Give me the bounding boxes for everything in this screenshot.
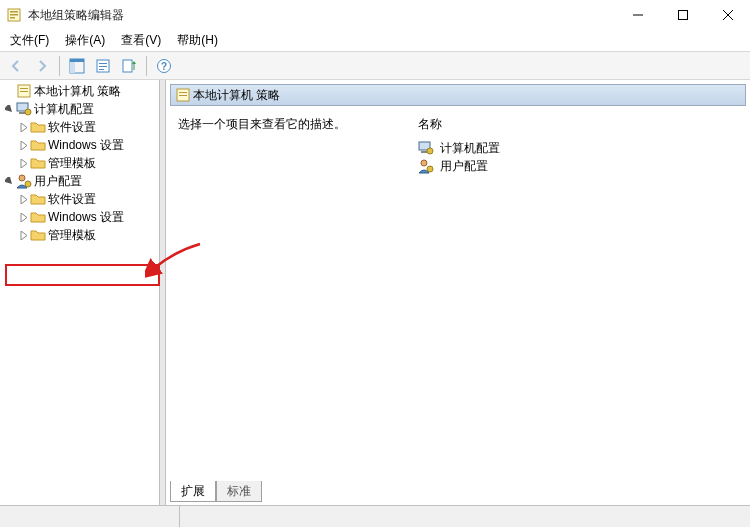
tree-item-label: 管理模板 — [48, 155, 96, 172]
toolbar: ? — [0, 52, 750, 80]
svg-rect-5 — [678, 11, 687, 20]
tab-bar: 扩展 标准 — [170, 481, 750, 505]
help-button[interactable]: ? — [152, 54, 176, 78]
user-icon — [16, 173, 32, 189]
tree-item-label: 用户配置 — [34, 173, 82, 190]
folder-icon — [30, 227, 46, 243]
svg-rect-15 — [123, 60, 132, 72]
tree-item-label: Windows 设置 — [48, 137, 124, 154]
minimize-button[interactable] — [615, 0, 660, 30]
svg-rect-21 — [20, 91, 28, 92]
svg-rect-28 — [179, 92, 187, 93]
content-area: 本地计算机 策略 计算机配置 软件设置 Windows 设置 管理模板 — [0, 80, 750, 505]
tree-item-templates[interactable]: 管理模板 — [14, 226, 159, 244]
svg-rect-20 — [20, 88, 28, 89]
menu-file[interactable]: 文件(F) — [4, 30, 55, 51]
svg-point-25 — [19, 175, 25, 181]
svg-point-34 — [427, 166, 433, 172]
app-icon — [6, 7, 22, 23]
svg-rect-4 — [633, 15, 643, 16]
back-button — [4, 54, 28, 78]
policy-icon — [16, 83, 32, 99]
folder-icon — [30, 191, 46, 207]
details-body: 选择一个项目来查看它的描述。 名称 计算机配置 用户配置 — [166, 108, 750, 481]
svg-point-26 — [25, 181, 31, 187]
svg-point-32 — [427, 148, 433, 154]
list-item-label: 用户配置 — [440, 158, 488, 175]
expander-icon[interactable] — [16, 192, 30, 206]
maximize-button[interactable] — [660, 0, 705, 30]
details-panel: 本地计算机 策略 选择一个项目来查看它的描述。 名称 计算机配置 用户配置 — [166, 80, 750, 505]
menu-action[interactable]: 操作(A) — [59, 30, 111, 51]
svg-rect-3 — [10, 17, 15, 19]
user-icon — [418, 158, 434, 174]
tree-item-label: 管理模板 — [48, 227, 96, 244]
expander-icon[interactable] — [2, 84, 16, 98]
tree-item-user-config[interactable]: 用户配置 — [0, 172, 159, 190]
list-item[interactable]: 计算机配置 — [418, 139, 738, 157]
status-segment — [0, 506, 180, 527]
svg-rect-14 — [99, 69, 104, 70]
folder-icon — [30, 137, 46, 153]
details-description: 选择一个项目来查看它的描述。 — [178, 116, 378, 473]
expander-icon[interactable] — [16, 156, 30, 170]
list-item[interactable]: 用户配置 — [418, 157, 738, 175]
expander-icon[interactable] — [16, 120, 30, 134]
expander-icon[interactable] — [2, 102, 16, 116]
export-list-button[interactable] — [117, 54, 141, 78]
toolbar-separator — [146, 56, 147, 76]
tab-standard[interactable]: 标准 — [216, 481, 262, 502]
svg-rect-2 — [10, 14, 18, 16]
list-item-label: 计算机配置 — [440, 140, 500, 157]
folder-icon — [30, 209, 46, 225]
menu-help[interactable]: 帮助(H) — [171, 30, 224, 51]
column-header-name[interactable]: 名称 — [418, 116, 738, 133]
tree-item-label: 本地计算机 策略 — [34, 83, 121, 100]
tree-item-windows[interactable]: Windows 设置 — [14, 208, 159, 226]
menu-view[interactable]: 查看(V) — [115, 30, 167, 51]
tree-item-software[interactable]: 软件设置 — [14, 118, 159, 136]
details-list: 名称 计算机配置 用户配置 — [418, 116, 738, 473]
tree-item-computer-config[interactable]: 计算机配置 — [0, 100, 159, 118]
expander-icon[interactable] — [16, 138, 30, 152]
folder-icon — [30, 155, 46, 171]
svg-rect-29 — [179, 95, 187, 96]
svg-rect-13 — [99, 66, 107, 67]
details-header-title: 本地计算机 策略 — [193, 87, 280, 104]
tree-item-label: 计算机配置 — [34, 101, 94, 118]
svg-rect-16 — [134, 64, 135, 70]
expander-icon[interactable] — [16, 228, 30, 242]
properties-button[interactable] — [91, 54, 115, 78]
tree-item-label: 软件设置 — [48, 191, 96, 208]
window-title: 本地组策略编辑器 — [28, 7, 124, 24]
svg-point-24 — [25, 109, 31, 115]
tree-item-label: 软件设置 — [48, 119, 96, 136]
close-button[interactable] — [705, 0, 750, 30]
menu-bar: 文件(F) 操作(A) 查看(V) 帮助(H) — [0, 30, 750, 52]
svg-rect-1 — [10, 11, 18, 13]
tree-panel[interactable]: 本地计算机 策略 计算机配置 软件设置 Windows 设置 管理模板 — [0, 80, 160, 505]
forward-button — [30, 54, 54, 78]
svg-rect-10 — [70, 59, 84, 62]
toolbar-separator — [59, 56, 60, 76]
tree-root[interactable]: 本地计算机 策略 — [0, 82, 159, 100]
svg-text:?: ? — [161, 61, 167, 72]
title-bar: 本地组策略编辑器 — [0, 0, 750, 30]
expander-icon[interactable] — [16, 210, 30, 224]
computer-icon — [418, 140, 434, 156]
window-controls — [615, 0, 750, 30]
expander-icon[interactable] — [2, 174, 16, 188]
computer-icon — [16, 101, 32, 117]
tree-item-templates[interactable]: 管理模板 — [14, 154, 159, 172]
tree-item-label: Windows 设置 — [48, 209, 124, 226]
tree-item-software[interactable]: 软件设置 — [14, 190, 159, 208]
svg-point-33 — [421, 160, 427, 166]
show-hide-tree-button[interactable] — [65, 54, 89, 78]
status-bar — [0, 505, 750, 527]
tab-extended[interactable]: 扩展 — [170, 481, 216, 502]
details-header: 本地计算机 策略 — [170, 84, 746, 106]
tree-item-windows[interactable]: Windows 设置 — [14, 136, 159, 154]
folder-icon — [30, 119, 46, 135]
svg-rect-12 — [99, 63, 107, 64]
policy-icon — [175, 87, 191, 103]
